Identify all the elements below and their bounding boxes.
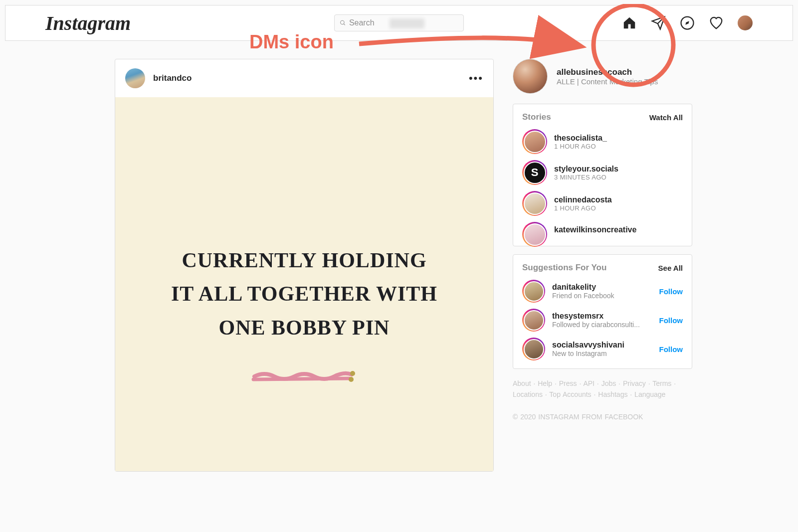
suggestion-username[interactable]: thesystemsrx — [552, 312, 652, 321]
own-profile-username[interactable]: allebusinesscoach — [557, 67, 658, 77]
suggestion-username[interactable]: danitakelity — [552, 283, 652, 292]
bobby-pin-illustration — [249, 364, 359, 384]
suggestion-avatar[interactable] — [524, 281, 544, 302]
suggestion-subtitle: Friend on Facebook — [552, 292, 652, 300]
watch-all-link[interactable]: Watch All — [649, 113, 683, 122]
suggestion-subtitle: Followed by ciarabconsulti... — [552, 321, 652, 329]
story-avatar — [524, 223, 546, 246]
footer-links-text[interactable]: About · Help · Press · API · Jobs · Priv… — [513, 378, 692, 400]
svg-point-6 — [350, 371, 355, 376]
post-card: britandco ••• CURRENTLY HOLDING IT ALL T… — [115, 59, 494, 472]
activity-heart-icon[interactable] — [709, 15, 724, 30]
follow-button[interactable]: Follow — [659, 287, 683, 296]
profile-avatar-icon[interactable] — [738, 15, 753, 30]
post-image[interactable]: CURRENTLY HOLDING IT ALL TOGETHER WITH O… — [115, 97, 493, 471]
story-timestamp: 1 HOUR AGO — [554, 143, 607, 150]
instagram-logo[interactable]: Instagram — [45, 11, 131, 35]
suggestion-subtitle: New to Instagram — [552, 350, 652, 357]
post-image-text: CURRENTLY HOLDING IT ALL TOGETHER WITH O… — [171, 244, 437, 345]
footer-copyright: © 2020 INSTAGRAM FROM FACEBOOK — [513, 411, 692, 422]
suggestion-avatar[interactable] — [524, 310, 544, 331]
post-author-avatar[interactable] — [125, 68, 145, 88]
footer-links: About · Help · Press · API · Jobs · Priv… — [513, 378, 692, 422]
search-icon — [340, 19, 346, 26]
header-bar: Instagram — [5, 5, 793, 41]
stories-panel: Stories Watch All thesocialista_ 1 HOUR … — [513, 104, 692, 246]
story-avatar: S — [524, 162, 546, 184]
story-item[interactable]: celinnedacosta 1 HOUR AGO — [522, 191, 683, 216]
post-more-icon[interactable]: ••• — [469, 72, 483, 85]
svg-point-7 — [349, 377, 354, 382]
own-profile-subtitle: ALLE | Content Marketing Tips — [557, 77, 658, 86]
search-blur-overlay — [390, 18, 424, 28]
story-avatar — [524, 131, 546, 153]
search-box[interactable] — [334, 14, 464, 31]
story-avatar — [524, 192, 546, 215]
see-all-link[interactable]: See All — [658, 264, 683, 272]
suggestion-item: socialsavvyshivani New to Instagram Foll… — [522, 338, 683, 360]
suggestions-title: Suggestions For You — [522, 263, 606, 273]
story-username: styleyour.socials — [554, 165, 618, 174]
story-item[interactable]: S styleyour.socials 3 MINUTES AGO — [522, 160, 683, 185]
suggestion-item: danitakelity Friend on Facebook Follow — [522, 280, 683, 303]
follow-button[interactable]: Follow — [659, 345, 683, 354]
story-username: celinnedacosta — [554, 195, 612, 204]
post-header: britandco ••• — [115, 59, 493, 97]
story-username: katewilkinsoncreative — [554, 225, 636, 234]
story-item[interactable]: katewilkinsoncreative — [522, 222, 683, 238]
svg-marker-5 — [685, 21, 689, 25]
svg-point-1 — [341, 20, 345, 24]
own-profile-row[interactable]: allebusinesscoach ALLE | Content Marketi… — [513, 59, 692, 94]
own-profile-avatar[interactable] — [513, 59, 548, 94]
nav-icons — [622, 15, 753, 30]
post-author-username[interactable]: britandco — [153, 73, 192, 83]
story-timestamp: 3 MINUTES AGO — [554, 174, 618, 181]
explore-icon[interactable] — [680, 15, 695, 30]
story-timestamp: 1 HOUR AGO — [554, 204, 612, 212]
story-username: thesocialista_ — [554, 134, 607, 143]
follow-button[interactable]: Follow — [659, 316, 683, 325]
home-icon[interactable] — [622, 15, 637, 30]
sidebar-column: allebusinesscoach ALLE | Content Marketi… — [513, 59, 692, 472]
svg-line-2 — [344, 24, 345, 25]
suggestion-username[interactable]: socialsavvyshivani — [552, 341, 652, 350]
stories-title: Stories — [522, 112, 551, 122]
suggestions-panel: Suggestions For You See All danitakelity… — [513, 254, 692, 369]
story-item[interactable]: thesocialista_ 1 HOUR AGO — [522, 129, 683, 154]
suggestion-item: thesystemsrx Followed by ciarabconsulti.… — [522, 309, 683, 332]
feed-column: britandco ••• CURRENTLY HOLDING IT ALL T… — [115, 59, 494, 472]
direct-message-icon[interactable] — [651, 15, 666, 30]
suggestion-avatar[interactable] — [524, 339, 544, 359]
